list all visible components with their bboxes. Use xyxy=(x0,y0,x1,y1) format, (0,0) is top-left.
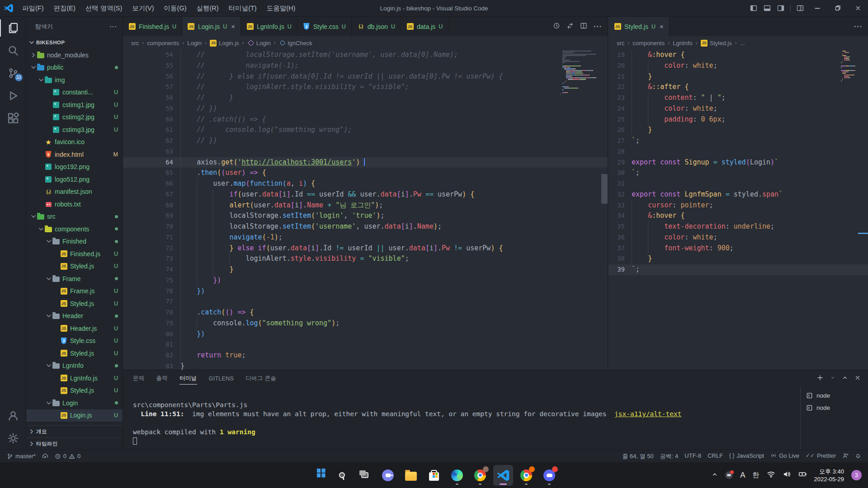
tray-ime-korean[interactable]: 한 xyxy=(753,471,760,479)
tray-clock[interactable]: 오후 3:402022-05-29 xyxy=(814,468,844,483)
tree-item-cstimg2.jpg[interactable]: cstimg2.jpgU xyxy=(26,111,123,124)
minimize-button[interactable] xyxy=(807,0,827,16)
status-cursor-position[interactable]: 줄 64, 열 50 xyxy=(619,452,656,460)
activity-run-and-debug-icon[interactable] xyxy=(0,84,26,107)
terminal-output[interactable]: src\components\Parts\Parts.js Line 11:51… xyxy=(123,387,800,450)
breadcrumb-Login[interactable]: Login xyxy=(187,40,202,47)
close-button[interactable] xyxy=(848,0,868,16)
terminal-dropdown-icon[interactable] xyxy=(830,375,835,382)
status-publish[interactable] xyxy=(39,453,52,459)
panel-tab-출력[interactable]: 출력 xyxy=(156,370,168,387)
tab-close-icon[interactable]: × xyxy=(660,23,664,30)
menu-선택 영역[interactable]: 선택 영역(S) xyxy=(80,4,127,13)
new-terminal-icon[interactable] xyxy=(816,374,824,383)
split-icon[interactable] xyxy=(580,22,587,31)
status-indentation[interactable]: 공백: 4 xyxy=(657,452,681,460)
tree-item-Finished[interactable]: Finished xyxy=(26,235,123,248)
history-icon[interactable] xyxy=(553,22,560,31)
toggle-panel-icon[interactable] xyxy=(760,0,774,16)
taskbar-taskview-icon[interactable] xyxy=(355,465,375,486)
breadcrumb-lgnCheck[interactable]: lgnCheck xyxy=(279,39,312,47)
breadcrumb-src[interactable]: src xyxy=(617,40,624,47)
toggle-secondary-sidebar-icon[interactable] xyxy=(774,0,788,16)
breadcrumb-components[interactable]: components xyxy=(147,40,179,47)
taskbar-chrome-icon[interactable] xyxy=(470,465,490,486)
status-prettier[interactable]: ✓✓Prettier xyxy=(802,452,839,459)
tree-item-logo192.png[interactable]: logo192.png xyxy=(26,161,123,174)
panel-tab-GITLENS[interactable]: GITLENS xyxy=(209,370,234,387)
tree-item-Frame.js[interactable]: JSFrame.jsU xyxy=(26,285,123,298)
tray-volume-icon[interactable] xyxy=(783,470,791,480)
tray-discord-icon[interactable] xyxy=(725,471,733,479)
taskbar-store-icon[interactable] xyxy=(424,465,444,486)
code-editor-styled-js[interactable]: 19 &:hover {20 color: white;21 }22 &::af… xyxy=(609,50,868,370)
tree-item-manifest.json[interactable]: {..}manifest.json xyxy=(26,186,123,198)
tray-show-hidden-icons[interactable] xyxy=(712,471,718,479)
tree-item-Styled.js[interactable]: JSStyled.jsU xyxy=(26,260,123,273)
breadcrumb-Login[interactable]: Login xyxy=(247,39,271,47)
tab-db.json[interactable]: {..}db.jsonU xyxy=(352,17,401,36)
tree-item-index.html[interactable]: 5index.htmlM xyxy=(26,148,123,161)
status-problems[interactable]: 00 xyxy=(52,453,84,460)
menu-터미널[interactable]: 터미널(T) xyxy=(224,4,262,13)
tab-Finished.js[interactable]: JSFinished.jsU xyxy=(123,17,182,36)
close-panel-icon[interactable] xyxy=(854,375,861,382)
tree-item-Finished.js[interactable]: JSFinished.jsU xyxy=(26,248,123,260)
activity-settings-icon[interactable] xyxy=(0,427,26,450)
terminal-instance-node[interactable]: node xyxy=(801,389,868,402)
activity-extensions-icon[interactable] xyxy=(0,107,26,130)
tree-item-cstimg3.jpg[interactable]: cstimg3.jpgU xyxy=(26,123,123,136)
tab-close-icon[interactable]: × xyxy=(231,23,235,30)
activity-search-icon[interactable] xyxy=(0,39,26,62)
more-icon[interactable]: ··· xyxy=(854,23,863,31)
maximize-panel-icon[interactable] xyxy=(842,375,848,382)
status-language-mode[interactable]: { }JavaScript xyxy=(726,452,767,459)
tree-item-Header.js[interactable]: JSHeader.jsU xyxy=(26,322,123,335)
changes-icon[interactable] xyxy=(566,22,574,31)
tab-Styled.js[interactable]: JSStyled.jsU× xyxy=(609,17,670,36)
tray-ime-latin[interactable]: A xyxy=(740,471,745,480)
tree-item-Login[interactable]: Login xyxy=(26,397,123,409)
status-accounts-feedback[interactable] xyxy=(839,452,852,459)
breadcrumb-components[interactable]: components xyxy=(632,40,665,47)
menu-도움말[interactable]: 도움말(H) xyxy=(262,4,301,13)
scrollbar-1[interactable] xyxy=(601,174,608,204)
tree-item-Style.css[interactable]: 3Style.cssU xyxy=(26,335,123,347)
tree-item-robots.txt[interactable]: robots.txt xyxy=(26,198,123,211)
tree-item-Frame[interactable]: Frame xyxy=(26,272,123,285)
taskbar-discord-icon[interactable] xyxy=(539,465,559,486)
tree-item-logo512.png[interactable]: logo512.png xyxy=(26,173,123,186)
toggle-sidebar-icon[interactable] xyxy=(747,0,760,16)
panel-tab-디버그 콘솔[interactable]: 디버그 콘솔 xyxy=(245,370,276,387)
maximize-button[interactable] xyxy=(827,0,848,16)
menu-실행[interactable]: 실행(R) xyxy=(192,4,224,13)
taskbar-vscode-icon[interactable] xyxy=(493,465,513,486)
menu-보기[interactable]: 보기(V) xyxy=(127,4,159,13)
taskbar-chrome2-icon[interactable] xyxy=(516,465,536,486)
tray-notification-badge[interactable]: 3 xyxy=(851,470,862,480)
tree-item-Styled.js[interactable]: JSStyled.jsU xyxy=(26,347,123,360)
taskbar-search-icon[interactable] xyxy=(332,465,352,486)
tree-item-constanti...[interactable]: constanti...U xyxy=(26,86,123,99)
tab-Style.css[interactable]: 3Style.cssU xyxy=(297,17,352,36)
tray-battery-icon[interactable] xyxy=(798,470,807,480)
status-go-live[interactable]: Go Live xyxy=(767,452,802,459)
code-editor-login-js[interactable]: 54 // localStorage.setItem('username', u… xyxy=(123,50,608,370)
menu-파일[interactable]: 파일(F) xyxy=(17,4,49,13)
breadcrumb-src[interactable]: src xyxy=(131,40,139,47)
breadcrumb-LgnInfo[interactable]: LgnInfo xyxy=(673,40,692,47)
tree-item-LgnInfo.js[interactable]: JSLgnInfo.jsU xyxy=(26,372,123,385)
breadcrumb-Login.js[interactable]: JSLogin.js xyxy=(210,39,239,47)
status-encoding[interactable]: UTF-8 xyxy=(681,452,704,459)
terminal-link[interactable]: jsx-a11y/alt-text xyxy=(614,410,681,418)
tree-item-node_modules[interactable]: node_modules xyxy=(26,49,123,61)
section-개요[interactable]: 개요 xyxy=(26,425,123,437)
breadcrumb-...[interactable]: ... xyxy=(740,40,745,47)
activity-source-control-icon[interactable]: 33 xyxy=(0,62,26,84)
workspace-root[interactable]: BIKESHOP xyxy=(26,36,123,49)
customize-layout-icon[interactable] xyxy=(793,0,807,16)
tab-Login.js[interactable]: JSLogin.jsU× xyxy=(182,17,241,36)
taskbar-explorer-icon[interactable] xyxy=(401,465,421,486)
tree-item-favicon.ico[interactable]: ★favicon.ico xyxy=(26,136,123,149)
tree-item-Styled.js[interactable]: JSStyled.jsU xyxy=(26,297,123,310)
